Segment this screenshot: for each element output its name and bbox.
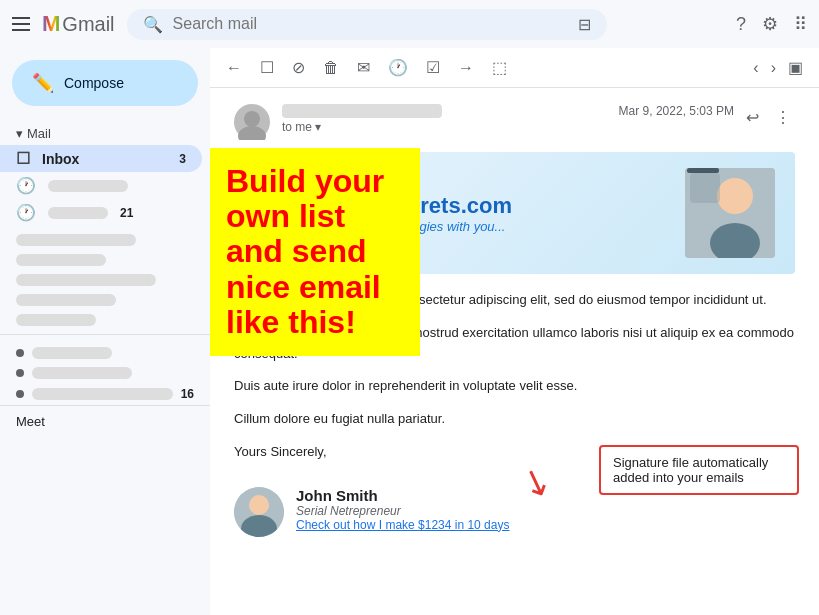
sidebar-item-bullet-1[interactable] xyxy=(0,343,210,363)
overlay-yellow: Build your own list and send nice email … xyxy=(210,148,420,356)
compose-icon: ✏️ xyxy=(32,72,54,94)
arrow-icon: ▾ xyxy=(16,126,23,141)
mail-label: Mail xyxy=(27,126,51,141)
add-task-icon[interactable]: ☑ xyxy=(422,54,444,81)
bullet-count: 16 xyxy=(181,387,194,401)
snoozed-icon: 🕐 xyxy=(16,176,36,195)
delete-icon[interactable]: 🗑 xyxy=(319,55,343,81)
email-paragraph-4: Cillum dolore eu fugiat nulla pariatur. xyxy=(234,409,795,430)
compose-label: Compose xyxy=(64,75,124,91)
sig-link[interactable]: Check out how I make $1234 in 10 days xyxy=(296,518,509,532)
settings-icon[interactable]: ⚙ xyxy=(762,13,778,35)
inbox-label: Inbox xyxy=(42,151,167,167)
inbox-icon: ☐ xyxy=(16,149,30,168)
svg-point-9 xyxy=(249,495,269,515)
bullet-icon-2 xyxy=(16,369,24,377)
inbox-count: 3 xyxy=(179,152,186,166)
logo-m-icon: M xyxy=(42,11,60,37)
topbar: M Gmail 🔍 ⊟ ? ⚙ ⠿ xyxy=(0,0,819,48)
report-icon[interactable]: ⊘ xyxy=(288,54,309,81)
sig-name: John Smith xyxy=(296,487,509,504)
compose-button[interactable]: ✏️ Compose xyxy=(12,60,198,106)
bullet-label-3 xyxy=(32,388,173,400)
nav-fwd-icon[interactable]: › xyxy=(767,55,780,81)
mail-section[interactable]: ▾ Mail xyxy=(0,122,210,145)
archive-icon[interactable]: ☐ xyxy=(256,54,278,81)
email-header: to me ▾ Mar 9, 2022, 5:03 PM ↩ ⋮ xyxy=(234,104,795,140)
svg-point-0 xyxy=(244,111,260,127)
filter-icon[interactable]: ⊟ xyxy=(578,15,591,34)
placeholder-1 xyxy=(16,234,136,246)
sidebar: ✏️ Compose ▾ Mail ☐ Inbox 3 🕐 🕐 21 xyxy=(0,48,210,615)
sender-line xyxy=(282,104,619,118)
logo-text: Gmail xyxy=(62,13,114,36)
other-count: 21 xyxy=(120,206,133,220)
hamburger-menu[interactable] xyxy=(12,17,30,31)
email-toolbar: ← ☐ ⊘ 🗑 ✉ 🕐 ☑ → ⬚ ‹ › ▣ xyxy=(210,48,819,88)
sidebar-item-inbox[interactable]: ☐ Inbox 3 xyxy=(0,145,202,172)
search-input[interactable] xyxy=(173,15,568,33)
topbar-actions: ? ⚙ ⠿ xyxy=(736,13,807,35)
back-icon[interactable]: ← xyxy=(222,55,246,81)
bullet-label-1 xyxy=(32,347,112,359)
label-icon[interactable]: ⬚ xyxy=(488,54,511,81)
meet-label: Meet xyxy=(16,414,45,429)
email-paragraph-3: Duis aute irure dolor in reprehenderit i… xyxy=(234,376,795,397)
email-main: ← ☐ ⊘ 🗑 ✉ 🕐 ☑ → ⬚ ‹ › ▣ xyxy=(210,48,819,615)
search-icon: 🔍 xyxy=(143,15,163,34)
search-bar[interactable]: 🔍 ⊟ xyxy=(127,9,607,40)
nav-grid-icon[interactable]: ▣ xyxy=(784,54,807,81)
email-to: to me ▾ xyxy=(282,120,619,134)
email-date: Mar 9, 2022, 5:03 PM xyxy=(619,104,734,118)
other-placeholder xyxy=(48,207,108,219)
snooze-icon[interactable]: 🕐 xyxy=(384,54,412,81)
meet-section: Meet xyxy=(0,405,210,437)
sidebar-item-bullet-2[interactable] xyxy=(0,363,210,383)
sidebar-item-bullet-3[interactable]: 16 xyxy=(0,383,210,405)
callout-text: Signature file automatically added into … xyxy=(613,455,768,485)
banner-person-image xyxy=(685,168,775,258)
sig-title: Serial Netrepreneur xyxy=(296,504,509,518)
main-layout: ✏️ Compose ▾ Mail ☐ Inbox 3 🕐 🕐 21 xyxy=(0,48,819,615)
svg-point-1 xyxy=(238,126,266,140)
placeholder-2 xyxy=(16,254,106,266)
sig-avatar xyxy=(234,487,284,537)
help-icon[interactable]: ? xyxy=(736,14,746,35)
overlay-text: Build your own list and send nice email … xyxy=(226,164,404,340)
reply-icon[interactable]: ↩ xyxy=(742,104,763,131)
more-icon[interactable]: ⋮ xyxy=(771,104,795,131)
placeholder-3 xyxy=(16,274,156,286)
sender-avatar xyxy=(234,104,270,140)
apps-icon[interactable]: ⠿ xyxy=(794,13,807,35)
email-meta: to me ▾ xyxy=(282,104,619,134)
svg-rect-7 xyxy=(687,168,719,173)
gmail-logo: M Gmail xyxy=(42,11,115,37)
snoozed-placeholder xyxy=(48,180,128,192)
bullet-icon-1 xyxy=(16,349,24,357)
sidebar-divider xyxy=(0,334,210,335)
svg-rect-4 xyxy=(690,173,720,203)
svg-point-6 xyxy=(721,182,749,210)
placeholder-4 xyxy=(16,294,116,306)
sidebar-item-snoozed[interactable]: 🕐 xyxy=(0,172,202,199)
other-icon: 🕐 xyxy=(16,203,36,222)
nav-back-icon[interactable]: ‹ xyxy=(749,55,762,81)
toolbar-nav: ‹ › ▣ xyxy=(749,54,807,81)
sig-info: John Smith Serial Netrepreneur Check out… xyxy=(296,487,509,532)
bullet-icon-3 xyxy=(16,390,24,398)
move-icon[interactable]: → xyxy=(454,55,478,81)
sidebar-item-other[interactable]: 🕐 21 xyxy=(0,199,202,226)
sender-name xyxy=(282,104,442,118)
email-view[interactable]: to me ▾ Mar 9, 2022, 5:03 PM ↩ ⋮ MyBestK… xyxy=(210,88,819,615)
mark-unread-icon[interactable]: ✉ xyxy=(353,54,374,81)
email-header-actions: ↩ ⋮ xyxy=(742,104,795,131)
bullet-label-2 xyxy=(32,367,132,379)
placeholder-5 xyxy=(16,314,96,326)
callout-box: Signature file automatically added into … xyxy=(599,445,799,495)
